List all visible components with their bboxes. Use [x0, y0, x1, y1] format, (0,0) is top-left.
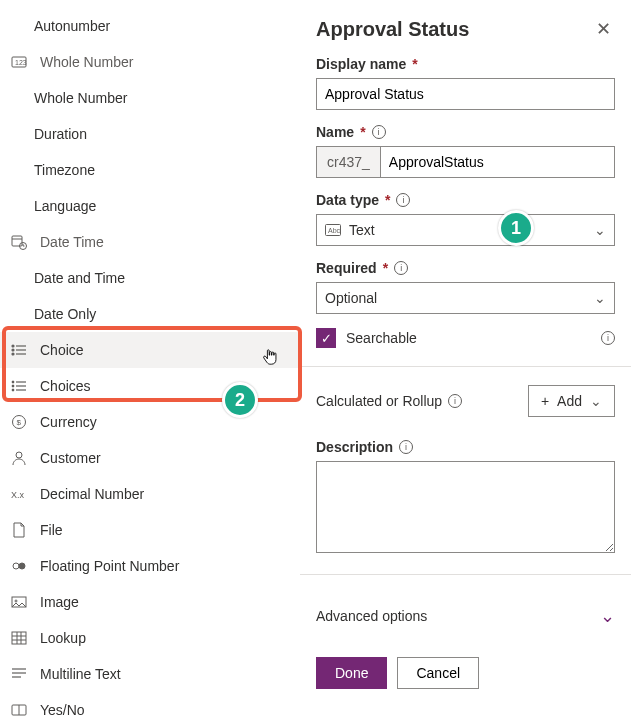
choice-icon: [10, 341, 28, 359]
currency-icon: $: [10, 413, 28, 431]
type-label: Date Time: [40, 234, 104, 250]
type-label: Customer: [40, 450, 101, 466]
panel-title: Approval Status: [316, 18, 469, 41]
type-label: Choices: [40, 378, 91, 394]
svg-point-8: [12, 345, 14, 347]
type-file[interactable]: File: [0, 512, 300, 548]
info-icon: i: [399, 440, 413, 454]
data-type-label: Data type* i: [316, 192, 615, 208]
done-button[interactable]: Done: [316, 657, 387, 689]
chevron-down-icon: ⌄: [590, 393, 602, 409]
type-date-time-header[interactable]: Date Time: [0, 224, 300, 260]
type-choice[interactable]: Choice: [0, 332, 300, 368]
info-icon: i: [394, 261, 408, 275]
svg-text:$: $: [17, 418, 22, 427]
type-label: Floating Point Number: [40, 558, 179, 574]
svg-point-27: [15, 600, 17, 602]
whole-number-icon: 123: [10, 53, 28, 71]
type-customer[interactable]: Customer: [0, 440, 300, 476]
advanced-label: Advanced options: [316, 608, 427, 624]
name-label: Name* i: [316, 124, 615, 140]
svg-rect-28: [12, 632, 26, 644]
svg-text:Abc: Abc: [328, 227, 341, 234]
info-icon: i: [448, 394, 462, 408]
type-label: Timezone: [34, 162, 95, 178]
image-icon: [10, 593, 28, 611]
type-label: Duration: [34, 126, 87, 142]
description-input[interactable]: [316, 461, 615, 553]
type-label: Whole Number: [40, 54, 133, 70]
display-name-input[interactable]: [316, 78, 615, 110]
info-icon: i: [396, 193, 410, 207]
name-input[interactable]: [380, 146, 615, 178]
type-whole-number[interactable]: Whole Number: [0, 80, 300, 116]
calendar-clock-icon: [10, 233, 28, 251]
searchable-label: Searchable: [346, 330, 417, 346]
required-label: Required* i: [316, 260, 615, 276]
divider: [300, 574, 631, 575]
add-label: Add: [557, 393, 582, 409]
type-label: Date Only: [34, 306, 96, 322]
type-label: Choice: [40, 342, 84, 358]
type-timezone[interactable]: Timezone: [0, 152, 300, 188]
data-type-list: Autonumber 123 Whole Number Whole Number…: [0, 0, 300, 722]
floating-point-icon: [10, 557, 28, 575]
type-multiline-text[interactable]: Multiline Text: [0, 656, 300, 692]
svg-point-22: [16, 452, 22, 458]
searchable-checkbox[interactable]: ✓: [316, 328, 336, 348]
text-type-icon: Abc: [325, 224, 341, 236]
type-duration[interactable]: Duration: [0, 116, 300, 152]
data-type-select[interactable]: Abc Text ⌄: [316, 214, 615, 246]
file-icon: [10, 521, 28, 539]
column-properties-panel: Approval Status ✕ Display name* Name* i …: [300, 0, 633, 722]
svg-text:X.x: X.x: [11, 490, 25, 500]
required-select[interactable]: Optional ⌄: [316, 282, 615, 314]
type-decimal-number[interactable]: X.x Decimal Number: [0, 476, 300, 512]
customer-icon: [10, 449, 28, 467]
cancel-button[interactable]: Cancel: [397, 657, 479, 689]
type-date-and-time[interactable]: Date and Time: [0, 260, 300, 296]
type-label: Multiline Text: [40, 666, 121, 682]
svg-rect-2: [12, 236, 22, 246]
type-date-only[interactable]: Date Only: [0, 296, 300, 332]
info-icon: i: [601, 331, 615, 345]
name-prefix: cr437_: [316, 146, 380, 178]
type-lookup[interactable]: Lookup: [0, 620, 300, 656]
display-name-label: Display name*: [316, 56, 615, 72]
multiline-text-icon: [10, 665, 28, 683]
type-language[interactable]: Language: [0, 188, 300, 224]
add-button[interactable]: + Add ⌄: [528, 385, 615, 417]
close-button[interactable]: ✕: [592, 14, 615, 44]
type-label: Yes/No: [40, 702, 85, 718]
lookup-icon: [10, 629, 28, 647]
advanced-options-toggle[interactable]: Advanced options ⌄: [316, 593, 615, 639]
decimal-icon: X.x: [10, 485, 28, 503]
type-label: Whole Number: [34, 90, 127, 106]
yes-no-icon: [10, 701, 28, 719]
type-yes-no[interactable]: Yes/No: [0, 692, 300, 722]
svg-point-9: [12, 349, 14, 351]
annotation-badge: 1: [498, 210, 534, 246]
annotation-badge: 2: [222, 382, 258, 418]
divider: [300, 366, 631, 367]
choices-icon: [10, 377, 28, 395]
svg-point-24: [13, 563, 19, 569]
type-floating-point[interactable]: Floating Point Number: [0, 548, 300, 584]
type-label: Language: [34, 198, 96, 214]
type-label: File: [40, 522, 63, 538]
type-label: Image: [40, 594, 79, 610]
svg-point-25: [19, 563, 25, 569]
svg-point-10: [12, 353, 14, 355]
calc-rollup-label: Calculated or Rollup: [316, 393, 442, 409]
chevron-down-icon: ⌄: [600, 605, 615, 627]
type-whole-number-header[interactable]: 123 Whole Number: [0, 44, 300, 80]
type-autonumber[interactable]: Autonumber: [0, 8, 300, 44]
type-image[interactable]: Image: [0, 584, 300, 620]
type-label: Date and Time: [34, 270, 125, 286]
type-label: Autonumber: [34, 18, 110, 34]
data-type-value: Text: [349, 222, 375, 238]
required-value: Optional: [325, 290, 377, 306]
description-label: Description i: [316, 439, 615, 455]
chevron-down-icon: ⌄: [594, 222, 606, 238]
type-label: Decimal Number: [40, 486, 144, 502]
